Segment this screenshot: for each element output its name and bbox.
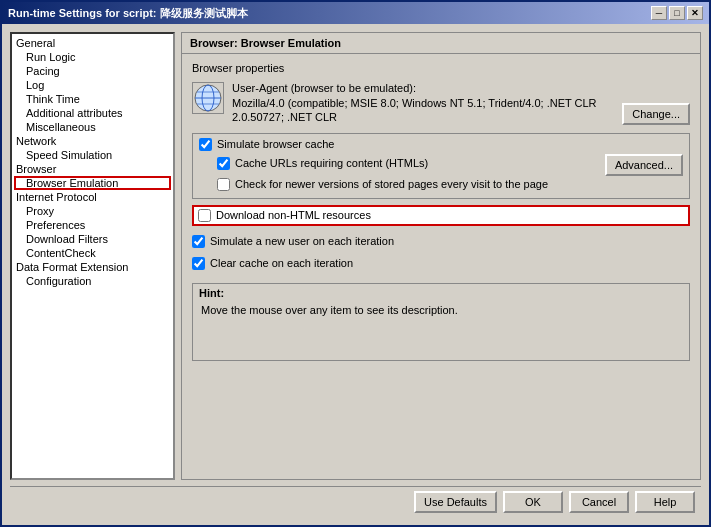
title-bar-buttons: ─ □ ✕ — [651, 6, 703, 20]
clear-cache-checkbox[interactable] — [192, 257, 205, 270]
title-bar: Run-time Settings for script: 降级服务测试脚本 ─… — [2, 2, 709, 24]
sidebar-item-additional-attributes[interactable]: Additional attributes — [14, 106, 171, 120]
close-button[interactable]: ✕ — [687, 6, 703, 20]
sidebar-item-browser[interactable]: Browser — [14, 162, 171, 176]
main-area: General Run Logic Pacing Log Think Time … — [10, 32, 701, 480]
sidebar-item-pacing[interactable]: Pacing — [14, 64, 171, 78]
clear-cache-label: Clear cache on each iteration — [210, 257, 353, 269]
simulate-cache-row: Simulate browser cache — [199, 138, 683, 151]
sidebar-item-configuration[interactable]: Configuration — [14, 274, 171, 288]
check-newer-label: Check for newer versions of stored pages… — [235, 178, 548, 190]
advanced-button[interactable]: Advanced... — [605, 154, 683, 176]
sidebar-item-general[interactable]: General — [14, 36, 171, 50]
main-window: Run-time Settings for script: 降级服务测试脚本 ─… — [0, 0, 711, 527]
properties-label: Browser properties — [192, 62, 690, 74]
maximize-button[interactable]: □ — [669, 6, 685, 20]
sidebar-item-content-check[interactable]: ContentCheck — [14, 246, 171, 260]
cache-urls-label: Cache URLs requiring content (HTMLs) — [235, 157, 428, 169]
bottom-bar: Use Defaults OK Cancel Help — [10, 486, 701, 517]
sidebar-tree: General Run Logic Pacing Log Think Time … — [10, 32, 175, 480]
help-button[interactable]: Help — [635, 491, 695, 513]
ua-value: Mozilla/4.0 (compatible; MSIE 8.0; Windo… — [232, 96, 616, 125]
sidebar-item-proxy[interactable]: Proxy — [14, 204, 171, 218]
download-non-html-checkbox[interactable] — [198, 209, 211, 222]
ua-and-btn: User-Agent (browser to be emulated): Moz… — [232, 82, 690, 125]
ua-row: User-Agent (browser to be emulated): Moz… — [192, 82, 690, 125]
sidebar-item-preferences[interactable]: Preferences — [14, 218, 171, 232]
browser-icon — [192, 82, 224, 114]
panel-group-browser-emulation: Browser: Browser Emulation Browser prope… — [181, 32, 701, 480]
download-non-html-label: Download non-HTML resources — [216, 209, 371, 221]
cache-section: Simulate browser cache Cache URLs requir… — [192, 133, 690, 199]
simulate-new-user-checkbox[interactable] — [192, 235, 205, 248]
simulate-cache-checkbox[interactable] — [199, 138, 212, 151]
hint-section: Hint: Move the mouse over any item to se… — [192, 283, 690, 361]
panel-body: Browser properties — [182, 56, 700, 479]
cancel-button[interactable]: Cancel — [569, 491, 629, 513]
change-button[interactable]: Change... — [622, 103, 690, 125]
right-panel: Browser: Browser Emulation Browser prope… — [181, 32, 701, 480]
sidebar-item-run-logic[interactable]: Run Logic — [14, 50, 171, 64]
minimize-button[interactable]: ─ — [651, 6, 667, 20]
window-content: General Run Logic Pacing Log Think Time … — [2, 24, 709, 525]
cache-urls-row: Cache URLs requiring content (HTMLs) — [217, 157, 599, 170]
clear-cache-row: Clear cache on each iteration — [192, 257, 690, 270]
use-defaults-button[interactable]: Use Defaults — [414, 491, 497, 513]
sidebar-item-data-format-extension[interactable]: Data Format Extension — [14, 260, 171, 274]
sidebar-item-download-filters[interactable]: Download Filters — [14, 232, 171, 246]
hint-body: Move the mouse over any item to see its … — [193, 300, 689, 360]
panel-group-title: Browser: Browser Emulation — [182, 33, 700, 51]
simulate-cache-label: Simulate browser cache — [217, 138, 334, 150]
check-newer-checkbox[interactable] — [217, 178, 230, 191]
sidebar-item-network[interactable]: Network — [14, 134, 171, 148]
ok-button[interactable]: OK — [503, 491, 563, 513]
sidebar-item-speed-simulation[interactable]: Speed Simulation — [14, 148, 171, 162]
hint-title: Hint: — [193, 284, 689, 300]
sidebar-item-miscellaneous[interactable]: Miscellaneous — [14, 120, 171, 134]
simulate-new-user-label: Simulate a new user on each iteration — [210, 235, 394, 247]
cache-urls-checkbox[interactable] — [217, 157, 230, 170]
simulate-new-user-row: Simulate a new user on each iteration — [192, 235, 690, 248]
download-non-html-row: Download non-HTML resources — [192, 205, 690, 226]
ua-label: User-Agent (browser to be emulated): — [232, 82, 690, 94]
sidebar-item-think-time[interactable]: Think Time — [14, 92, 171, 106]
sidebar-item-internet-protocol[interactable]: Internet Protocol — [14, 190, 171, 204]
check-newer-row: Check for newer versions of stored pages… — [217, 178, 683, 191]
window-title: Run-time Settings for script: 降级服务测试脚本 — [8, 6, 248, 21]
sidebar-item-log[interactable]: Log — [14, 78, 171, 92]
sidebar-item-browser-emulation[interactable]: Browser Emulation — [14, 176, 171, 190]
